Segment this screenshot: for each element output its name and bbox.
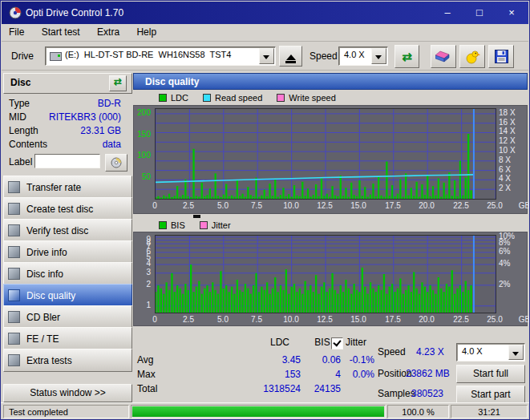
stats-column-ldc: LDC [256, 337, 304, 348]
speed-label: Speed [310, 50, 338, 62]
transfer-rate-icon [8, 181, 20, 193]
ldc-legend-swatch [159, 94, 167, 102]
speed-select-value: 4.0 X [344, 50, 365, 59]
eject-icon [285, 50, 296, 63]
stats-row-avg-label: Avg [137, 354, 153, 365]
label-field-label: Label [9, 156, 32, 168]
app-window: Opti Drive Control 1.70 – □ × File Start… [0, 0, 530, 420]
cd-icon [111, 157, 122, 168]
sidebar-item-disc-info[interactable]: Disc info [3, 262, 132, 285]
drive-select-value: (E:) HL-DT-ST BD-RE WH16NS58 TST4 [65, 50, 231, 59]
disc-length-label: Length [9, 125, 38, 136]
sidebar-item-transfer-rate[interactable]: Transfer rate [3, 176, 132, 199]
chevron-down-icon [512, 352, 519, 359]
read-speed-legend-label: Read speed [215, 93, 262, 103]
avg-jitter-value: -0.1% [338, 354, 374, 365]
write-speed-legend-swatch [277, 94, 285, 102]
drive-icon [50, 52, 62, 61]
chevron-down-icon [375, 55, 382, 63]
sidebar-item-label: Create test disc [26, 204, 93, 215]
fe-te-icon [8, 333, 20, 345]
sidebar-item-label: Transfer rate [26, 182, 81, 193]
total-bis-value: 24135 [305, 383, 341, 394]
total-ldc-value: 1318524 [251, 383, 301, 394]
drive-select[interactable]: (E:) HL-DT-ST BD-RE WH16NS58 TST4 [45, 46, 276, 66]
sidebar-item-label: Disc info [26, 269, 63, 280]
save-button[interactable] [488, 45, 514, 68]
test-speed-select[interactable]: 4.0 X [456, 343, 525, 361]
ldc-legend-label: LDC [171, 93, 188, 103]
progress-percent: 100.0 % [387, 405, 449, 418]
speed-stat-label: Speed [378, 346, 406, 357]
speed-select-arrow[interactable] [371, 48, 386, 64]
refresh-button[interactable]: ⇄ [394, 45, 419, 68]
speed-stat-value: 4.23 X [416, 346, 444, 357]
disc-info-icon [8, 268, 20, 280]
read-speed-legend-swatch [203, 94, 211, 102]
disc-mid-label: MID [9, 111, 26, 123]
disc-refresh-button[interactable]: ⇄ [109, 75, 127, 91]
bis-chart-legend: BIS Jitter [133, 219, 528, 232]
minimize-button[interactable]: – [437, 4, 458, 22]
sidebar-item-cd-bler[interactable]: CD Bler [3, 305, 132, 329]
avg-bis-value: 0.06 [305, 354, 341, 365]
avg-ldc-value: 3.45 [251, 354, 301, 365]
label-input[interactable] [34, 154, 100, 168]
status-window-button[interactable]: Status window >> [3, 384, 132, 402]
sidebar-item-label: FE / TE [26, 333, 59, 345]
drive-label: Drive [11, 50, 34, 62]
max-bis-value: 4 [305, 369, 341, 380]
disc-mid-value: RITEKBR3 (000) [49, 111, 121, 123]
jitter-checkbox[interactable] [331, 337, 343, 349]
sidebar-item-label: Drive info [26, 247, 67, 258]
sidebar-item-create-test-disc[interactable]: Create test disc [3, 197, 132, 220]
disc-quality-icon [8, 289, 20, 301]
duck-tool-button[interactable] [459, 45, 485, 68]
eject-button[interactable] [279, 46, 302, 67]
disc-type-label: Type [9, 98, 30, 109]
elapsed-time: 31:21 [451, 405, 528, 418]
disc-length-value: 23.31 GB [80, 125, 121, 136]
test-speed-select-arrow[interactable] [508, 345, 524, 360]
drive-info-icon [8, 246, 20, 258]
disc-type-value: BD-R [98, 98, 121, 109]
eraser-icon [435, 50, 451, 63]
window-title: Opti Drive Control 1.70 [26, 7, 123, 18]
sidebar-item-fe-te[interactable]: FE / TE [3, 327, 132, 350]
sidebar-item-drive-info[interactable]: Drive info [3, 240, 132, 264]
maximize-button[interactable]: □ [469, 4, 490, 22]
stats-row-total-label: Total [137, 383, 157, 394]
page-title: Disc quality [133, 73, 528, 90]
chevron-down-icon [263, 55, 269, 63]
close-button[interactable]: × [501, 4, 522, 22]
menu-start-test[interactable]: Start test [34, 24, 87, 41]
progress-fill [132, 406, 384, 417]
menu-file[interactable]: File [2, 24, 31, 41]
start-part-button[interactable]: Start part [456, 386, 525, 404]
sidebar-item-label: Verify test disc [26, 225, 88, 236]
bis-jitter-chart: 1234567892%4%6%8%10%02.55.07.510.012.515… [133, 232, 528, 326]
stats-row-max-label: Max [137, 369, 156, 380]
menu-extra[interactable]: Extra [90, 24, 127, 41]
bis-legend-swatch [159, 221, 167, 229]
erase-disc-button[interactable] [431, 45, 456, 68]
stats-column-jitter: Jitter [346, 337, 366, 348]
pane-splitter-handle[interactable] [193, 215, 200, 218]
title-bar: Opti Drive Control 1.70 – □ × [2, 2, 528, 24]
test-speed-select-value: 4.0 X [462, 346, 483, 356]
menu-help[interactable]: Help [129, 24, 164, 41]
sidebar-item-extra-tests[interactable]: Extra tests [3, 349, 132, 372]
start-full-button[interactable]: Start full [456, 365, 525, 383]
sidebar-item-disc-quality[interactable]: Disc quality [3, 284, 132, 307]
create-test-disc-icon [8, 203, 20, 215]
speed-select[interactable]: 4.0 X [338, 46, 388, 66]
write-label-button[interactable] [105, 154, 127, 172]
sidebar-item-verify-test-disc[interactable]: Verify test disc [3, 219, 132, 242]
samples-stat-label: Samples [378, 388, 415, 399]
disc-contents-value[interactable]: data [103, 139, 121, 150]
sidebar-item-label: CD Bler [26, 312, 60, 323]
max-ldc-value: 153 [251, 369, 301, 380]
progress-bar [131, 405, 386, 418]
drive-select-arrow[interactable] [259, 48, 274, 64]
status-bar: Test completed 100.0 % 31:21 [1, 402, 529, 420]
